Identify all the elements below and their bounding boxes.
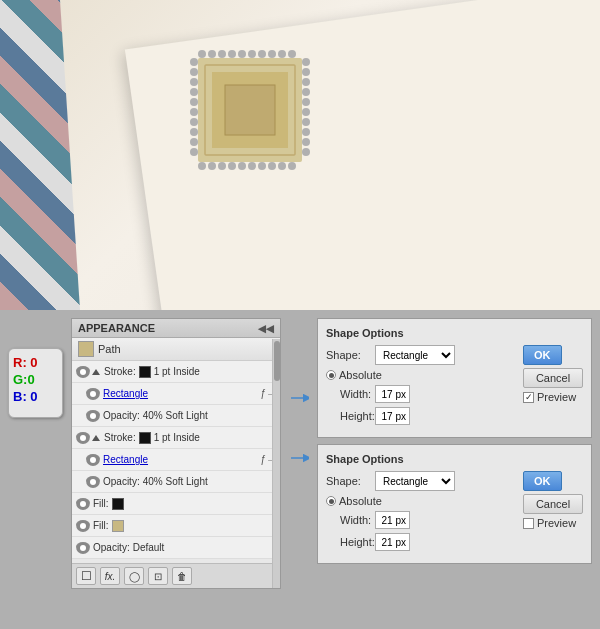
height-input-bottom[interactable] [375, 533, 410, 551]
preview-checkbox-top[interactable]: ✓ Preview [523, 391, 576, 403]
ok-button-bottom[interactable]: OK [523, 471, 562, 491]
width-row-bottom: Width: [326, 511, 517, 529]
svg-point-36 [302, 98, 310, 106]
fx-btn[interactable]: fx. [100, 567, 120, 585]
shape-options-top-title: Shape Options [326, 327, 583, 339]
svg-point-27 [190, 108, 198, 116]
radio-dot-top [326, 370, 336, 380]
opacity-row-2[interactable]: Opacity: 40% Soft Light [72, 471, 280, 493]
cancel-button-top[interactable]: Cancel [523, 368, 583, 388]
width-label-top: Width: [326, 388, 371, 400]
svg-point-37 [302, 108, 310, 116]
visibility-eye-7[interactable] [76, 498, 90, 510]
rectangle-row-1[interactable]: Rectangle ƒ→ [72, 383, 280, 405]
svg-point-39 [302, 128, 310, 136]
svg-point-5 [228, 50, 236, 58]
absolute-label-bottom: Absolute [339, 495, 382, 507]
width-input-bottom[interactable] [375, 511, 410, 529]
shape-row-top: Shape: Rectangle [326, 345, 517, 365]
fill-row-2[interactable]: Fill: [72, 515, 280, 537]
rgb-g-value: G:0 [13, 372, 58, 387]
opacity-row-1[interactable]: Opacity: 40% Soft Light [72, 405, 280, 427]
absolute-radio-bottom[interactable]: Absolute [326, 495, 382, 507]
svg-point-28 [190, 118, 198, 126]
svg-point-25 [190, 88, 198, 96]
fill-row-1[interactable]: Fill: [72, 493, 280, 515]
svg-point-9 [268, 50, 276, 58]
height-label-bottom: Height: [326, 536, 371, 548]
stroke-row-1[interactable]: Stroke: 1 pt Inside [72, 361, 280, 383]
delete-btn[interactable]: 🗑 [172, 567, 192, 585]
connector-arrows [289, 318, 309, 498]
cancel-button-bottom[interactable]: Cancel [523, 494, 583, 514]
width-input-top[interactable] [375, 385, 410, 403]
opacity-label-2: Opacity: [103, 476, 140, 487]
svg-point-7 [248, 50, 256, 58]
svg-point-20 [278, 162, 286, 170]
width-label-bottom: Width: [326, 514, 371, 526]
svg-point-6 [238, 50, 246, 58]
svg-point-35 [302, 88, 310, 96]
svg-point-21 [288, 162, 296, 170]
shape-label-bottom: Shape: [326, 475, 371, 487]
design-preview: 思缘设计论坛 www.MISSVUAN.COM [0, 0, 600, 310]
rectangle-link-1[interactable]: Rectangle [103, 388, 148, 399]
opacity-label-3: Opacity: [93, 542, 130, 553]
copy-btn[interactable]: ⊡ [148, 567, 168, 585]
opacity-row-3[interactable]: Opacity: Default [72, 537, 280, 559]
clear-btn[interactable]: ◯ [124, 567, 144, 585]
svg-point-24 [190, 78, 198, 86]
panel-scrollbar[interactable] [272, 339, 280, 588]
panel-collapse-arrows: ◀◀ [258, 323, 274, 334]
fill-swatch-1 [112, 498, 124, 510]
svg-point-16 [238, 162, 246, 170]
visibility-eye-9[interactable] [76, 542, 90, 554]
ok-button-top[interactable]: OK [523, 345, 562, 365]
fill-swatch-2 [112, 520, 124, 532]
fx-label: fx. [105, 571, 116, 582]
copy-icon: ⊡ [154, 571, 162, 582]
visibility-eye-5[interactable] [86, 454, 100, 466]
opacity-default: Default [133, 542, 165, 553]
collapse-arrow-2[interactable] [92, 435, 100, 441]
preview-checkbox-bottom[interactable]: Preview [523, 517, 576, 529]
svg-point-17 [248, 162, 256, 170]
stroke-text-2: 1 pt Inside [154, 432, 200, 443]
add-layer-btn[interactable]: ☐ [76, 567, 96, 585]
height-input-top[interactable] [375, 407, 410, 425]
shape-select-bottom[interactable]: Rectangle [375, 471, 455, 491]
rectangle-link-2[interactable]: Rectangle [103, 454, 148, 465]
svg-point-19 [268, 162, 276, 170]
appearance-panel: APPEARANCE ◀◀ Path Stroke: 1 pt Inside R… [71, 318, 281, 589]
svg-point-31 [190, 148, 198, 156]
fill-label-1: Fill: [93, 498, 109, 509]
visibility-eye-8[interactable] [76, 520, 90, 532]
visibility-eye-1[interactable] [76, 366, 90, 378]
svg-point-40 [302, 138, 310, 146]
width-row-top: Width: [326, 385, 517, 403]
collapse-arrow-1[interactable] [92, 369, 100, 375]
stroke-label-2: Stroke: [104, 432, 136, 443]
svg-point-14 [218, 162, 226, 170]
visibility-eye-4[interactable] [76, 432, 90, 444]
svg-point-41 [302, 148, 310, 156]
panel-toolbar: ☐ fx. ◯ ⊡ 🗑 [72, 563, 280, 588]
shape-row-bottom: Shape: Rectangle [326, 471, 517, 491]
panel-title: APPEARANCE [78, 322, 155, 334]
path-swatch [78, 341, 94, 357]
svg-point-4 [218, 50, 226, 58]
rectangle-row-2[interactable]: Rectangle ƒ→ [72, 449, 280, 471]
absolute-radio-top[interactable]: Absolute [326, 369, 382, 381]
svg-point-11 [288, 50, 296, 58]
fill-label-2: Fill: [93, 520, 109, 531]
add-icon: ☐ [81, 569, 92, 583]
visibility-eye-3[interactable] [86, 410, 100, 422]
shape-options-bottom-title: Shape Options [326, 453, 583, 465]
stroke-text-1: 1 pt Inside [154, 366, 200, 377]
shape-select-top[interactable]: Rectangle [375, 345, 455, 365]
visibility-eye-2[interactable] [86, 388, 100, 400]
stroke-row-2[interactable]: Stroke: 1 pt Inside [72, 427, 280, 449]
opacity-value-1: 40% Soft Light [143, 410, 208, 421]
visibility-eye-6[interactable] [86, 476, 100, 488]
scrollbar-thumb[interactable] [274, 341, 280, 381]
